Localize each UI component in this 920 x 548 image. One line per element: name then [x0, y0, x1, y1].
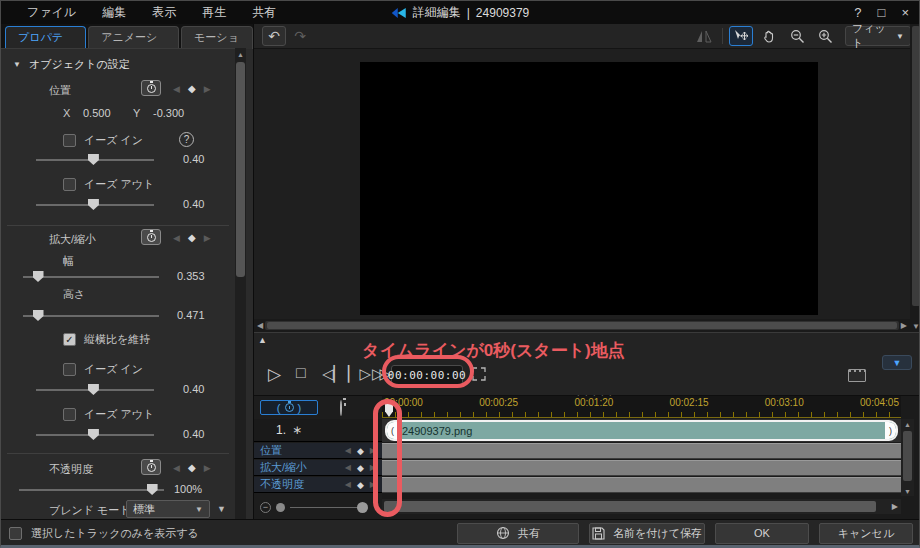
position-stopwatch-button[interactable]	[141, 80, 161, 96]
hand-tool-button[interactable]	[757, 26, 781, 46]
keyframe-next-icon[interactable]: ▶	[204, 233, 211, 243]
keyframe-timeline-button[interactable]: ( )	[260, 400, 318, 415]
keyframe-next-icon[interactable]: ▶	[204, 463, 211, 473]
timeline-stopwatch-icon[interactable]	[340, 401, 342, 415]
menu-share[interactable]: 共有	[252, 4, 276, 21]
ease-out-pos-checkbox[interactable]	[63, 178, 76, 191]
maximize-button[interactable]: □	[878, 5, 886, 20]
keyframe-next-icon[interactable]: ▶	[370, 446, 376, 455]
menu-file[interactable]: ファイル	[27, 4, 76, 21]
keyframe-next-icon[interactable]: ▶	[370, 480, 376, 489]
timeline-ruler[interactable]: 00:00:00 00:00:25 00:01:20 00:02:15 00:0…	[382, 396, 901, 418]
properties-scrollbar[interactable]: ▲	[235, 48, 246, 519]
row-position-header[interactable]: 位置 ◀◆▶	[254, 443, 382, 459]
filmstrip-icon[interactable]	[848, 369, 866, 382]
menu-edit[interactable]: 編集	[102, 4, 126, 21]
scroll-right-icon[interactable]: ▶	[901, 321, 907, 330]
keyframe-add-icon[interactable]: ◆	[357, 480, 364, 490]
ease-out-pos-slider[interactable]	[36, 199, 154, 211]
section-object-settings[interactable]: ▼ オブジェクトの設定	[13, 57, 130, 72]
keyframe-prev-icon[interactable]: ◀	[345, 463, 351, 472]
ease-in-pos-slider[interactable]	[36, 154, 154, 166]
stop-button[interactable]: □	[296, 364, 306, 382]
row-scale-header[interactable]: 拡大/縮小 ◀◆▶	[254, 460, 382, 476]
preview-hscrollbar[interactable]: ◀ ▶	[254, 319, 910, 332]
row-scale-lane[interactable]	[382, 460, 901, 476]
track-1-header[interactable]: 1. ∗	[254, 419, 382, 442]
hscroll-thumb[interactable]	[384, 501, 876, 512]
ease-in-scale-checkbox[interactable]	[63, 363, 76, 376]
clip-trim-left-handle[interactable]: (	[387, 422, 398, 439]
keyframe-prev-icon[interactable]: ◀	[173, 463, 180, 473]
scroll-down-icon[interactable]: ▼	[901, 488, 914, 495]
redo-button[interactable]: ↷	[288, 26, 312, 46]
scale-height-slider[interactable]	[23, 310, 159, 322]
zoom-out-button[interactable]	[785, 26, 809, 46]
timecode-display[interactable]: 00:00:00:00	[391, 365, 463, 385]
expand-panel-button[interactable]: ▼	[882, 355, 912, 370]
row-opacity-lane[interactable]	[382, 477, 901, 493]
fast-forward-button[interactable]: ▷▷	[372, 365, 387, 383]
keyframe-add-icon[interactable]: ◆	[188, 462, 196, 473]
keyframe-add-icon[interactable]: ◆	[357, 463, 364, 473]
zoom-slider-thumb[interactable]	[357, 502, 368, 513]
zoom-fit-dropdown[interactable]: フィット ▼	[845, 26, 911, 46]
help-button[interactable]: ?	[854, 5, 861, 20]
preview-vscrollbar[interactable]: ▼	[910, 24, 920, 332]
zoom-out-small-icon[interactable]: −	[260, 502, 271, 513]
show-selected-tracks-checkbox[interactable]	[9, 527, 22, 540]
scroll-down-icon[interactable]: ▼	[912, 322, 920, 331]
previous-frame-button[interactable]: ◁▏	[322, 365, 345, 383]
video-frame[interactable]	[360, 62, 818, 315]
scroll-up-icon[interactable]: ▲	[901, 421, 914, 428]
ease-in-scale-slider[interactable]	[36, 384, 154, 396]
row-opacity-header[interactable]: 不透明度 ◀◆▶	[254, 477, 382, 493]
keyframe-next-icon[interactable]: ▶	[370, 463, 376, 472]
collapse-handle-icon[interactable]: ▲	[258, 335, 267, 345]
opacity-slider[interactable]	[19, 484, 164, 496]
keyframe-prev-icon[interactable]: ◀	[173, 233, 180, 243]
scroll-up-icon[interactable]: ▲	[235, 51, 246, 58]
keyframe-prev-icon[interactable]: ◀	[345, 480, 351, 489]
zoom-in-button[interactable]	[813, 26, 837, 46]
undo-button[interactable]: ↶	[262, 26, 286, 46]
timeline-clip[interactable]: ( 24909379.png )	[385, 420, 898, 441]
save-as-button[interactable]: 名前を付けて保存	[589, 523, 705, 544]
cancel-button[interactable]: キャンセル	[819, 523, 913, 544]
row-position-lane[interactable]	[382, 443, 901, 459]
ease-out-scale-slider[interactable]	[36, 429, 154, 441]
menu-play[interactable]: 再生	[202, 4, 226, 21]
share-button[interactable]: 共有	[457, 523, 579, 544]
ease-out-scale-checkbox[interactable]	[63, 408, 76, 421]
scale-stopwatch-button[interactable]	[141, 229, 161, 245]
opacity-stopwatch-button[interactable]	[141, 459, 161, 475]
tab-animation[interactable]: アニメーション	[88, 26, 179, 49]
keyframe-add-icon[interactable]: ◆	[188, 232, 196, 243]
panel-scroll-down-icon[interactable]: ▼	[217, 504, 226, 514]
play-button[interactable]: ▷	[268, 364, 281, 385]
keyframe-prev-icon[interactable]: ◀	[345, 446, 351, 455]
close-button[interactable]: ×	[901, 5, 909, 20]
position-y-value[interactable]: -0.300	[153, 107, 184, 119]
fullscreen-button[interactable]	[472, 367, 486, 381]
timeline-hscrollbar[interactable]: ▶	[382, 499, 901, 514]
keyframe-add-icon[interactable]: ◆	[188, 83, 196, 94]
timeline-zoom-control[interactable]: −	[254, 497, 382, 517]
keyframe-add-icon[interactable]: ◆	[357, 446, 364, 456]
ease-in-pos-checkbox[interactable]	[63, 134, 76, 147]
clip-trim-right-handle[interactable]: )	[885, 422, 896, 439]
timeline-resize-handle[interactable]: ・・・・・	[575, 391, 615, 401]
help-icon[interactable]: ?	[179, 132, 194, 147]
position-x-value[interactable]: 0.500	[83, 107, 111, 119]
blend-mode-dropdown[interactable]: 標準 ▼	[126, 500, 210, 518]
timeline-vscrollbar[interactable]: ▲ ▼	[901, 419, 914, 496]
menu-view[interactable]: 表示	[152, 4, 176, 21]
keyframe-prev-icon[interactable]: ◀	[173, 84, 180, 94]
ok-button[interactable]: OK	[715, 523, 809, 544]
zoom-slider-track[interactable]	[290, 507, 360, 508]
tab-motion[interactable]: モーション	[181, 26, 253, 49]
scroll-right-icon[interactable]: ▶	[892, 502, 898, 511]
keyframe-next-icon[interactable]: ▶	[204, 84, 211, 94]
keep-ratio-checkbox[interactable]: ✓	[63, 333, 76, 346]
tab-properties[interactable]: プロパティー	[5, 26, 86, 49]
